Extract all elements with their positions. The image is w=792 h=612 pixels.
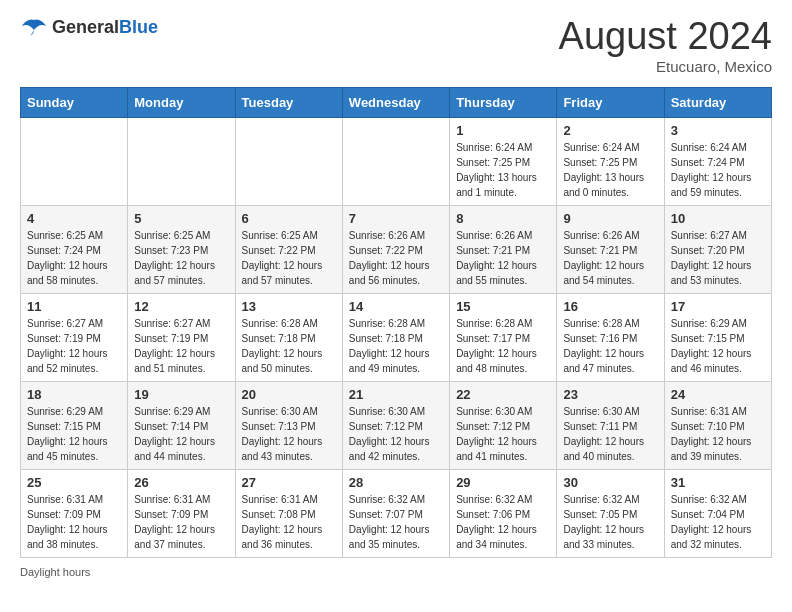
- day-header-thursday: Thursday: [450, 87, 557, 117]
- day-number: 20: [242, 387, 336, 402]
- calendar-cell: 24Sunrise: 6:31 AM Sunset: 7:10 PM Dayli…: [664, 381, 771, 469]
- day-number: 2: [563, 123, 657, 138]
- day-info: Sunrise: 6:30 AM Sunset: 7:12 PM Dayligh…: [456, 404, 550, 464]
- calendar-cell: 29Sunrise: 6:32 AM Sunset: 7:06 PM Dayli…: [450, 469, 557, 557]
- calendar-cell: 26Sunrise: 6:31 AM Sunset: 7:09 PM Dayli…: [128, 469, 235, 557]
- calendar-cell: 12Sunrise: 6:27 AM Sunset: 7:19 PM Dayli…: [128, 293, 235, 381]
- day-number: 30: [563, 475, 657, 490]
- day-info: Sunrise: 6:32 AM Sunset: 7:04 PM Dayligh…: [671, 492, 765, 552]
- day-info: Sunrise: 6:25 AM Sunset: 7:23 PM Dayligh…: [134, 228, 228, 288]
- logo-general: General: [52, 17, 119, 37]
- day-info: Sunrise: 6:32 AM Sunset: 7:07 PM Dayligh…: [349, 492, 443, 552]
- day-info: Sunrise: 6:27 AM Sunset: 7:20 PM Dayligh…: [671, 228, 765, 288]
- calendar-cell: 5Sunrise: 6:25 AM Sunset: 7:23 PM Daylig…: [128, 205, 235, 293]
- calendar-cell: 4Sunrise: 6:25 AM Sunset: 7:24 PM Daylig…: [21, 205, 128, 293]
- calendar-cell: 21Sunrise: 6:30 AM Sunset: 7:12 PM Dayli…: [342, 381, 449, 469]
- day-info: Sunrise: 6:31 AM Sunset: 7:09 PM Dayligh…: [27, 492, 121, 552]
- calendar-cell: 20Sunrise: 6:30 AM Sunset: 7:13 PM Dayli…: [235, 381, 342, 469]
- month-title: August 2024: [559, 16, 772, 58]
- calendar-cell: [235, 117, 342, 205]
- title-area: August 2024 Etucuaro, Mexico: [559, 16, 772, 75]
- week-row-1: 1Sunrise: 6:24 AM Sunset: 7:25 PM Daylig…: [21, 117, 772, 205]
- calendar-table: SundayMondayTuesdayWednesdayThursdayFrid…: [20, 87, 772, 558]
- calendar-cell: 31Sunrise: 6:32 AM Sunset: 7:04 PM Dayli…: [664, 469, 771, 557]
- week-row-5: 25Sunrise: 6:31 AM Sunset: 7:09 PM Dayli…: [21, 469, 772, 557]
- day-info: Sunrise: 6:24 AM Sunset: 7:24 PM Dayligh…: [671, 140, 765, 200]
- calendar-cell: 6Sunrise: 6:25 AM Sunset: 7:22 PM Daylig…: [235, 205, 342, 293]
- calendar-cell: 23Sunrise: 6:30 AM Sunset: 7:11 PM Dayli…: [557, 381, 664, 469]
- day-number: 1: [456, 123, 550, 138]
- logo-blue: Blue: [119, 17, 158, 37]
- week-row-4: 18Sunrise: 6:29 AM Sunset: 7:15 PM Dayli…: [21, 381, 772, 469]
- calendar-cell: 15Sunrise: 6:28 AM Sunset: 7:17 PM Dayli…: [450, 293, 557, 381]
- day-number: 12: [134, 299, 228, 314]
- day-number: 6: [242, 211, 336, 226]
- day-number: 29: [456, 475, 550, 490]
- calendar-cell: 11Sunrise: 6:27 AM Sunset: 7:19 PM Dayli…: [21, 293, 128, 381]
- logo-bird-icon: [20, 16, 48, 38]
- calendar-cell: 13Sunrise: 6:28 AM Sunset: 7:18 PM Dayli…: [235, 293, 342, 381]
- day-info: Sunrise: 6:30 AM Sunset: 7:11 PM Dayligh…: [563, 404, 657, 464]
- day-number: 8: [456, 211, 550, 226]
- logo-text: GeneralBlue: [52, 17, 158, 38]
- day-info: Sunrise: 6:24 AM Sunset: 7:25 PM Dayligh…: [563, 140, 657, 200]
- day-info: Sunrise: 6:27 AM Sunset: 7:19 PM Dayligh…: [134, 316, 228, 376]
- logo: GeneralBlue: [20, 16, 158, 38]
- calendar-cell: 19Sunrise: 6:29 AM Sunset: 7:14 PM Dayli…: [128, 381, 235, 469]
- day-info: Sunrise: 6:28 AM Sunset: 7:18 PM Dayligh…: [242, 316, 336, 376]
- day-info: Sunrise: 6:24 AM Sunset: 7:25 PM Dayligh…: [456, 140, 550, 200]
- day-number: 27: [242, 475, 336, 490]
- day-header-saturday: Saturday: [664, 87, 771, 117]
- calendar-cell: 17Sunrise: 6:29 AM Sunset: 7:15 PM Dayli…: [664, 293, 771, 381]
- day-info: Sunrise: 6:25 AM Sunset: 7:24 PM Dayligh…: [27, 228, 121, 288]
- day-header-monday: Monday: [128, 87, 235, 117]
- calendar-cell: 8Sunrise: 6:26 AM Sunset: 7:21 PM Daylig…: [450, 205, 557, 293]
- day-info: Sunrise: 6:26 AM Sunset: 7:21 PM Dayligh…: [563, 228, 657, 288]
- calendar-cell: 27Sunrise: 6:31 AM Sunset: 7:08 PM Dayli…: [235, 469, 342, 557]
- subtitle: Etucuaro, Mexico: [559, 58, 772, 75]
- calendar-cell: 1Sunrise: 6:24 AM Sunset: 7:25 PM Daylig…: [450, 117, 557, 205]
- day-number: 24: [671, 387, 765, 402]
- calendar-cell: [21, 117, 128, 205]
- day-info: Sunrise: 6:29 AM Sunset: 7:15 PM Dayligh…: [27, 404, 121, 464]
- header: GeneralBlue August 2024 Etucuaro, Mexico: [20, 16, 772, 75]
- week-row-2: 4Sunrise: 6:25 AM Sunset: 7:24 PM Daylig…: [21, 205, 772, 293]
- day-number: 4: [27, 211, 121, 226]
- day-info: Sunrise: 6:31 AM Sunset: 7:09 PM Dayligh…: [134, 492, 228, 552]
- calendar-cell: 2Sunrise: 6:24 AM Sunset: 7:25 PM Daylig…: [557, 117, 664, 205]
- footer-area: Daylight hours: [20, 566, 772, 578]
- day-info: Sunrise: 6:31 AM Sunset: 7:10 PM Dayligh…: [671, 404, 765, 464]
- day-number: 16: [563, 299, 657, 314]
- day-info: Sunrise: 6:29 AM Sunset: 7:14 PM Dayligh…: [134, 404, 228, 464]
- day-info: Sunrise: 6:30 AM Sunset: 7:13 PM Dayligh…: [242, 404, 336, 464]
- day-number: 25: [27, 475, 121, 490]
- day-number: 15: [456, 299, 550, 314]
- calendar-cell: 30Sunrise: 6:32 AM Sunset: 7:05 PM Dayli…: [557, 469, 664, 557]
- day-info: Sunrise: 6:31 AM Sunset: 7:08 PM Dayligh…: [242, 492, 336, 552]
- calendar-cell: 22Sunrise: 6:30 AM Sunset: 7:12 PM Dayli…: [450, 381, 557, 469]
- calendar-cell: 14Sunrise: 6:28 AM Sunset: 7:18 PM Dayli…: [342, 293, 449, 381]
- calendar-cell: 10Sunrise: 6:27 AM Sunset: 7:20 PM Dayli…: [664, 205, 771, 293]
- daylight-label: Daylight hours: [20, 566, 90, 578]
- calendar-cell: 25Sunrise: 6:31 AM Sunset: 7:09 PM Dayli…: [21, 469, 128, 557]
- day-number: 23: [563, 387, 657, 402]
- day-number: 7: [349, 211, 443, 226]
- calendar-header: SundayMondayTuesdayWednesdayThursdayFrid…: [21, 87, 772, 117]
- day-number: 18: [27, 387, 121, 402]
- day-number: 14: [349, 299, 443, 314]
- calendar-cell: 18Sunrise: 6:29 AM Sunset: 7:15 PM Dayli…: [21, 381, 128, 469]
- day-info: Sunrise: 6:32 AM Sunset: 7:05 PM Dayligh…: [563, 492, 657, 552]
- calendar-cell: 28Sunrise: 6:32 AM Sunset: 7:07 PM Dayli…: [342, 469, 449, 557]
- day-info: Sunrise: 6:30 AM Sunset: 7:12 PM Dayligh…: [349, 404, 443, 464]
- day-number: 13: [242, 299, 336, 314]
- day-info: Sunrise: 6:29 AM Sunset: 7:15 PM Dayligh…: [671, 316, 765, 376]
- day-number: 10: [671, 211, 765, 226]
- day-info: Sunrise: 6:26 AM Sunset: 7:22 PM Dayligh…: [349, 228, 443, 288]
- day-header-tuesday: Tuesday: [235, 87, 342, 117]
- day-info: Sunrise: 6:28 AM Sunset: 7:18 PM Dayligh…: [349, 316, 443, 376]
- week-row-3: 11Sunrise: 6:27 AM Sunset: 7:19 PM Dayli…: [21, 293, 772, 381]
- calendar-cell: 3Sunrise: 6:24 AM Sunset: 7:24 PM Daylig…: [664, 117, 771, 205]
- calendar-cell: 16Sunrise: 6:28 AM Sunset: 7:16 PM Dayli…: [557, 293, 664, 381]
- day-header-sunday: Sunday: [21, 87, 128, 117]
- day-header-wednesday: Wednesday: [342, 87, 449, 117]
